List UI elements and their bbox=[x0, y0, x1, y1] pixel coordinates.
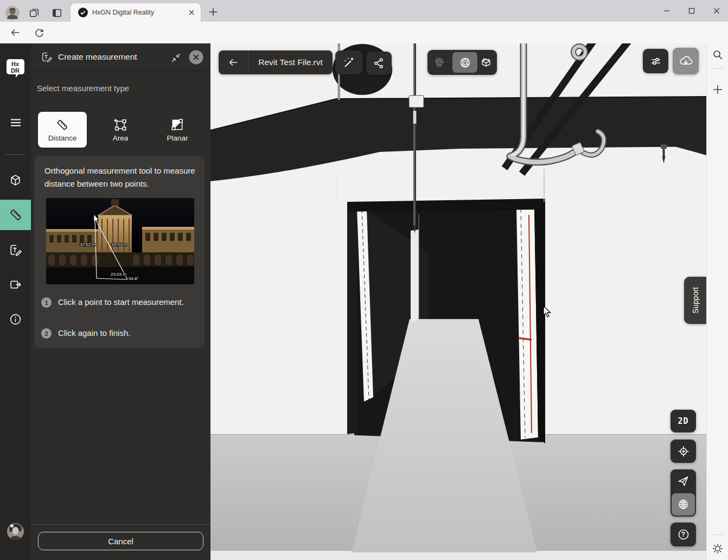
cancel-button[interactable]: Cancel bbox=[38, 532, 203, 550]
planar-icon bbox=[170, 118, 184, 132]
panel-title: Create measurement bbox=[58, 52, 137, 62]
sliders-icon bbox=[649, 55, 662, 68]
browser-profile-avatar[interactable] bbox=[5, 6, 20, 20]
sidebar-item-info[interactable] bbox=[0, 304, 31, 334]
sidebar-item-annotations[interactable] bbox=[0, 234, 31, 265]
sidebar-item-exports[interactable] bbox=[0, 269, 31, 300]
tab-title: HxGN Digital Reality bbox=[92, 9, 188, 16]
section-label: Select measurement type bbox=[37, 84, 129, 93]
mouse-cursor bbox=[542, 306, 553, 319]
window-close-button[interactable] bbox=[713, 7, 720, 15]
download-asset-button[interactable] bbox=[673, 48, 699, 74]
svg-text:54.8°: 54.8° bbox=[129, 276, 139, 281]
area-icon bbox=[113, 118, 127, 132]
cloud-download-icon bbox=[679, 54, 693, 68]
tutorial-card: Orthogonal measurement tool to measure d… bbox=[34, 156, 205, 348]
tab-actions-icon[interactable] bbox=[51, 7, 63, 19]
support-label: Support bbox=[691, 287, 700, 314]
tutorial-step: 1 Click a point to start measurement. bbox=[41, 296, 188, 309]
locate-button[interactable] bbox=[670, 440, 696, 463]
cube-icon bbox=[9, 174, 22, 187]
close-panel-button[interactable] bbox=[189, 50, 203, 65]
export-icon bbox=[9, 278, 22, 291]
viewer-back-button[interactable] bbox=[219, 50, 248, 74]
type-distance-button[interactable]: Distance bbox=[38, 112, 87, 148]
step-number-badge: 1 bbox=[41, 297, 52, 308]
mesh-mode-button-selected[interactable] bbox=[452, 52, 477, 73]
refresh-icon[interactable] bbox=[33, 26, 46, 39]
sidebar-item-3d-assets[interactable] bbox=[0, 165, 31, 195]
tool-description: Orthogonal measurement tool to measure d… bbox=[44, 164, 195, 190]
browser-tab[interactable]: HxGN Digital Reality bbox=[71, 3, 201, 22]
sidebar-search-button[interactable] bbox=[711, 48, 724, 61]
app-sidebar: Hx DR bbox=[0, 43, 31, 560]
ruler-icon bbox=[9, 208, 23, 222]
user-avatar[interactable] bbox=[7, 523, 24, 540]
type-label: Area bbox=[113, 134, 129, 142]
svg-text:DR: DR bbox=[11, 67, 20, 74]
type-label: Planar bbox=[167, 134, 188, 142]
help-button[interactable]: ? bbox=[670, 523, 696, 546]
measurement-edit-icon bbox=[41, 51, 53, 63]
magic-wand-icon bbox=[342, 56, 355, 69]
svg-text:32.62 m: 32.62 m bbox=[80, 242, 95, 247]
main-menu-button[interactable] bbox=[0, 107, 31, 138]
tutorial-image: 32.62 m 39.93 m 23.03 m 54.8° bbox=[46, 198, 194, 284]
tab-close-icon[interactable] bbox=[188, 9, 195, 16]
sidebar-item-measurements[interactable] bbox=[0, 200, 31, 230]
toggle-2d-button[interactable]: 2D bbox=[670, 410, 696, 432]
render-mode-toggle bbox=[427, 50, 497, 75]
edge-settings-gear-icon[interactable] bbox=[711, 542, 724, 555]
fly-navigation-button[interactable] bbox=[677, 475, 689, 487]
globe-navigation-button-selected[interactable] bbox=[672, 493, 695, 516]
textured-model-mode-button[interactable] bbox=[480, 56, 493, 69]
file-toolbar: Revit Test File.rvt bbox=[219, 50, 333, 74]
svg-text:Hx: Hx bbox=[11, 61, 20, 67]
type-label: Distance bbox=[48, 134, 77, 142]
type-area-button[interactable]: Area bbox=[96, 112, 145, 148]
viewport-3d[interactable]: Revit Test File.rvt Support 2D bbox=[210, 43, 706, 560]
sidebar-add-button[interactable] bbox=[711, 83, 724, 96]
new-tab-button[interactable] bbox=[208, 7, 218, 17]
edge-sidebar bbox=[706, 43, 728, 560]
browser-titlebar: HxGN Digital Reality bbox=[0, 0, 728, 22]
support-tab[interactable]: Support bbox=[684, 277, 706, 324]
workspaces-icon[interactable] bbox=[28, 7, 40, 19]
share-button[interactable] bbox=[366, 52, 392, 75]
hamburger-icon bbox=[9, 116, 22, 129]
window-maximize-button[interactable] bbox=[688, 7, 695, 15]
tab-favicon bbox=[78, 8, 88, 17]
sidebar-divider bbox=[5, 154, 25, 155]
magic-wand-button[interactable] bbox=[335, 50, 362, 74]
panel-footer-divider bbox=[31, 524, 210, 525]
info-icon bbox=[9, 313, 22, 326]
edge-sidebar-divider bbox=[711, 534, 724, 535]
tutorial-step: 2 Click again to finish. bbox=[41, 327, 188, 340]
collapse-panel-icon[interactable] bbox=[171, 53, 181, 63]
annotation-edit-icon bbox=[9, 243, 22, 257]
navigation-group bbox=[670, 469, 696, 517]
svg-text:23.03 m: 23.03 m bbox=[111, 272, 126, 277]
svg-text:39.93 m: 39.93 m bbox=[111, 242, 127, 247]
file-name: Revit Test File.rvt bbox=[248, 58, 333, 67]
revit-model-scene bbox=[210, 43, 706, 560]
browser-toolbar: https://realitycloudstudio.hxdr.app/asse… bbox=[0, 22, 728, 43]
distance-ruler-icon bbox=[55, 118, 69, 132]
share-icon bbox=[373, 57, 385, 69]
edge-sidebar-divider bbox=[711, 68, 724, 69]
window-minimize-button[interactable] bbox=[663, 7, 670, 15]
panel-header: Create measurement bbox=[31, 43, 210, 71]
back-icon[interactable] bbox=[9, 26, 22, 39]
create-measurement-panel: Create measurement Select measurement ty… bbox=[31, 43, 210, 560]
crosshair-icon bbox=[677, 445, 690, 458]
hxdr-logo[interactable]: Hx DR bbox=[5, 59, 25, 78]
type-planar-button[interactable]: Planar bbox=[153, 112, 202, 148]
question-icon: ? bbox=[677, 528, 690, 541]
step-number-badge: 2 bbox=[41, 328, 52, 339]
point-cloud-mode-button[interactable] bbox=[433, 56, 445, 69]
view-settings-button[interactable] bbox=[643, 49, 668, 73]
